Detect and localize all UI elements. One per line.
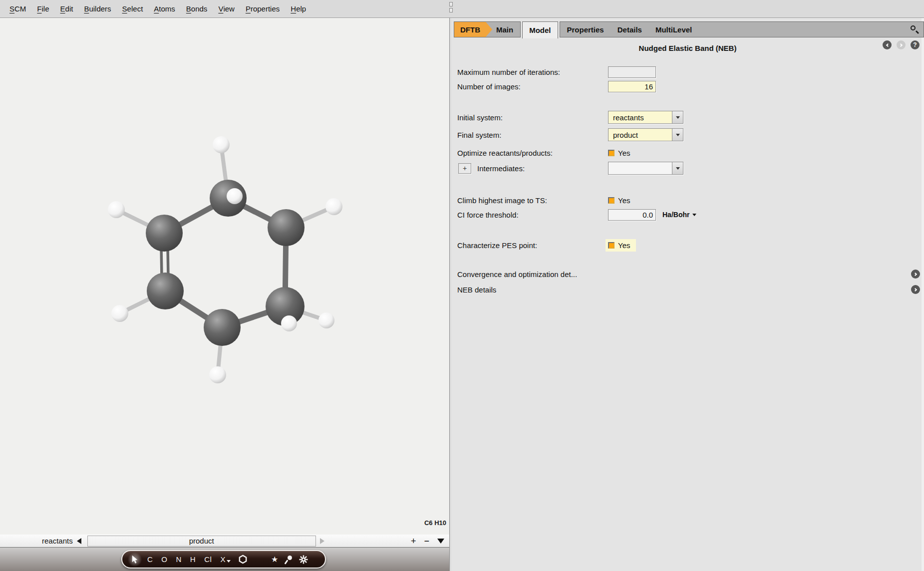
element-button-cl[interactable]: Cl [203, 554, 213, 565]
frame-menu-icon[interactable] [437, 539, 444, 544]
final-system-dropdown-button[interactable] [672, 129, 683, 141]
atom-H[interactable] [318, 312, 334, 328]
tab-bar: DFTBMainModelPropertiesDetailsMultiLevel [454, 21, 924, 37]
convergence-details-button[interactable] [911, 270, 920, 279]
element-button-h[interactable]: H [189, 554, 197, 565]
climb-state-label: Yes [618, 196, 630, 205]
frame-reactants-label[interactable]: reactants [42, 537, 73, 545]
atom-H[interactable] [213, 136, 230, 153]
atom-C[interactable] [204, 309, 241, 346]
gear-icon[interactable] [299, 555, 308, 564]
initial-system-combobox[interactable]: reactants [608, 111, 683, 124]
menubar-item-file[interactable]: File [31, 0, 54, 17]
tab-strip: PropertiesDetailsMultiLevel [560, 21, 924, 37]
intermediates-combobox[interactable] [608, 162, 683, 175]
nav-forward-button[interactable] [897, 40, 906, 49]
atom-C[interactable] [268, 209, 305, 246]
add-intermediate-button[interactable]: + [458, 163, 471, 174]
menubar-item-help[interactable]: Help [285, 0, 311, 17]
element-button-c[interactable]: C [146, 554, 154, 565]
magnifier-icon[interactable] [285, 555, 293, 564]
formula-label: C6 H10 [424, 519, 446, 527]
menubar-item-view[interactable]: View [213, 0, 240, 17]
menubar-item-bonds[interactable]: Bonds [181, 0, 213, 17]
tab-main[interactable]: Main [492, 22, 520, 37]
tab-properties[interactable]: Properties [567, 25, 604, 34]
frame-prev-icon[interactable] [77, 538, 81, 544]
select-cursor-tool[interactable] [130, 554, 140, 565]
final-system-label: Final system: [457, 131, 602, 139]
row-climb: Climb highest image to TS: Yes [457, 194, 924, 207]
atom-H[interactable] [325, 198, 342, 215]
chevron-left-icon [886, 43, 889, 46]
frame-add-button[interactable]: + [411, 537, 416, 546]
atom-H[interactable] [281, 315, 297, 331]
bottom-tool-strip: CONHClX ★ [0, 548, 449, 571]
sash-handle[interactable] [449, 2, 454, 14]
ci-force-input[interactable] [608, 209, 656, 221]
chevron-down-icon [676, 116, 680, 119]
neb-details-label: NEB details [457, 286, 496, 294]
molecule-canvas[interactable]: C6 H10 [0, 18, 449, 535]
frame-current-tab[interactable]: product [87, 536, 316, 547]
frame-current-label: product [189, 537, 214, 545]
question-mark-icon: ? [913, 41, 917, 48]
characterize-checkbox[interactable] [608, 242, 615, 249]
magnifier-lens [288, 556, 292, 560]
row-max-iterations: Maximum number of iterations: [457, 65, 924, 78]
chevron-down-icon [227, 560, 231, 563]
tab-model[interactable]: Model [522, 21, 558, 38]
intermediates-value [609, 162, 672, 174]
structures-tool-icon[interactable]: ★ [271, 555, 278, 564]
tab-details[interactable]: Details [617, 25, 642, 34]
neb-details-button[interactable] [911, 285, 920, 294]
ci-force-unit-label: Ha/Bohr [662, 211, 689, 219]
atom-H[interactable] [111, 305, 128, 322]
initial-system-dropdown-button[interactable] [672, 111, 683, 123]
chevron-down-icon [676, 167, 680, 170]
chevron-down-icon [676, 134, 680, 136]
intermediates-label: Intermediates: [477, 164, 525, 173]
menubar-item-builders[interactable]: Builders [78, 0, 116, 17]
chevron-right-icon [899, 43, 902, 46]
ci-force-unit-dropdown[interactable]: Ha/Bohr [662, 211, 696, 219]
ring-tool-icon[interactable] [238, 555, 248, 564]
menubar-item-properties[interactable]: Properties [240, 0, 285, 17]
menubar-item-edit[interactable]: Edit [55, 0, 79, 17]
tab-dftb[interactable]: DFTB [454, 22, 492, 37]
element-button-o[interactable]: O [160, 554, 168, 565]
element-button-x[interactable]: X [219, 554, 232, 565]
menubar-item-atoms[interactable]: Atoms [148, 0, 181, 17]
element-button-n[interactable]: N [175, 554, 183, 565]
magnifier-stem [285, 560, 289, 565]
optimize-checkbox[interactable] [608, 150, 615, 156]
num-images-input[interactable] [608, 81, 656, 92]
row-intermediates: + Intermediates: [457, 162, 924, 175]
intermediates-dropdown-button[interactable] [672, 162, 683, 174]
atom-H[interactable] [227, 188, 243, 204]
row-ci-force: CI force threshold: Ha/Bohr [457, 208, 924, 221]
nav-back-button[interactable] [883, 40, 892, 49]
element-buttons: CONHClX [146, 554, 232, 565]
search-lens [911, 25, 916, 30]
menubar-item-select[interactable]: Select [117, 0, 149, 17]
tab-multilevel[interactable]: MultiLevel [655, 25, 692, 34]
frame-next-icon[interactable] [320, 538, 324, 544]
row-initial-system: Initial system: reactants [457, 111, 924, 124]
settings-panel: DFTBMainModelPropertiesDetailsMultiLevel… [451, 18, 924, 571]
climb-checkbox[interactable] [608, 197, 615, 204]
frame-remove-button[interactable]: − [424, 537, 429, 546]
atom-C[interactable] [147, 273, 184, 309]
atom-H[interactable] [108, 201, 125, 218]
molecule-3d-model[interactable] [0, 18, 449, 535]
atom-H[interactable] [209, 366, 226, 383]
search-stem [916, 30, 919, 34]
max-iterations-input[interactable] [608, 66, 656, 78]
chevron-right-icon [913, 287, 917, 291]
final-system-combobox[interactable]: product [608, 128, 683, 141]
help-button[interactable]: ? [911, 40, 920, 49]
atom-C[interactable] [146, 215, 183, 252]
menubar-item-scm[interactable]: SCM [4, 0, 31, 17]
final-system-value: product [609, 129, 672, 141]
search-icon[interactable] [910, 25, 919, 34]
